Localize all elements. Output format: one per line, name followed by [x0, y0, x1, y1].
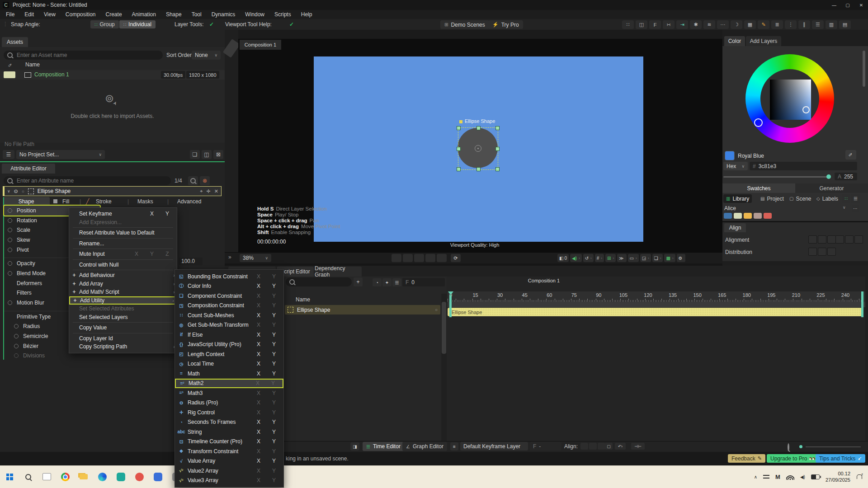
playhead-bar[interactable]	[449, 295, 452, 317]
handle[interactable]	[476, 167, 481, 171]
utility-length-context[interactable]: ◰ Length Context XY	[175, 349, 283, 359]
line-tool[interactable]	[226, 111, 236, 121]
keyframe-dot-icon[interactable]	[14, 353, 19, 358]
keyframe-dot-icon[interactable]	[8, 248, 12, 252]
move-anchor-icon[interactable]: ⇥	[676, 20, 688, 29]
utility-if-else[interactable]: if If Else XY	[175, 330, 283, 340]
columns-icon[interactable]: ▥	[826, 20, 837, 29]
handle[interactable]	[476, 126, 481, 130]
sort-order-select[interactable]: None∨	[192, 51, 221, 60]
menu-add-behaviour[interactable]: + Add Behaviour ›	[69, 271, 177, 280]
swatch-chip[interactable]	[764, 213, 772, 219]
handle[interactable]	[457, 147, 461, 151]
playhead-icon[interactable]	[448, 291, 453, 295]
menu-item[interactable]: Animation	[127, 10, 161, 19]
utility-rig-control[interactable]: ✛ Rig Control XY	[175, 408, 283, 418]
close-button[interactable]: ✕	[854, 0, 868, 10]
utility-string[interactable]: abc String XY	[175, 427, 283, 437]
expand-icon[interactable]: »	[228, 254, 231, 260]
rectangle-tool[interactable]	[226, 152, 236, 162]
tab-advanced[interactable]: Advanced	[177, 197, 201, 206]
zoom-out-icon[interactable]	[788, 443, 789, 451]
wifi-icon[interactable]	[786, 474, 794, 480]
menu-copy-value[interactable]: Copy Value	[69, 324, 177, 332]
grid-icon[interactable]: ∷	[622, 20, 634, 29]
lasso-tool[interactable]	[226, 70, 236, 80]
tab-align[interactable]: Align	[724, 223, 746, 232]
group-toggle[interactable]: ∷ Group	[90, 20, 119, 28]
move-icon[interactable]: ✛	[207, 188, 211, 194]
menu-control-with-null[interactable]: Control with Null	[69, 261, 177, 269]
menu-reset-attribute[interactable]: Reset Attribute Value to Default	[69, 229, 177, 237]
bounding-box-icon[interactable]: ▢	[605, 443, 613, 450]
align-right-icon[interactable]	[827, 235, 836, 244]
menu-add-math-script[interactable]: + Add Math/ Script ›	[69, 288, 177, 296]
magic-keyframe-icon[interactable]: ✦	[382, 278, 392, 286]
menu-add-utility[interactable]: + Add Utility ›	[69, 296, 177, 305]
asset-color-swatch[interactable]	[4, 71, 15, 78]
utility-value-array[interactable]: √ Value Array XY	[175, 456, 283, 466]
swatch-chip[interactable]	[754, 213, 762, 219]
tab-shape[interactable]: Shape	[3, 197, 50, 206]
sv-selector[interactable]	[802, 106, 810, 113]
keyframe-dot-icon[interactable]	[14, 344, 19, 348]
keyframe-frame-field[interactable]: F-	[530, 442, 561, 450]
try-pro-button[interactable]: ⚡ Try Pro	[488, 20, 523, 29]
menu-copy-layer-id[interactable]: Copy Layer Id	[69, 334, 177, 343]
menu-copy-scripting-path[interactable]: Copy Scripting Path ›	[69, 343, 177, 351]
color-mode-select[interactable]: Hex∨	[723, 162, 748, 170]
labels-button[interactable]: ◇Labels	[814, 194, 841, 203]
utility-local-time[interactable]: ◷ Local Time XY	[175, 359, 283, 369]
utility-composition-constraint[interactable]: ◳ Composition Constraint XY	[175, 301, 283, 311]
minimize-button[interactable]: —	[827, 0, 841, 10]
library-button[interactable]: ▥Library	[723, 194, 752, 203]
keyframe-dot-icon[interactable]	[8, 271, 12, 276]
alpha-slider-handle[interactable]	[826, 174, 831, 179]
time-editor-button[interactable]: ☰ Time Editor	[363, 442, 404, 451]
context-menu-item[interactable]	[73, 259, 173, 260]
tab-fill[interactable]: Fill	[62, 197, 69, 206]
feedback-button[interactable]: Feedback✎	[728, 454, 765, 463]
viewport-settings-icon[interactable]: ⚙	[677, 254, 685, 262]
refresh-icon[interactable]: ↺›	[583, 254, 594, 262]
key-align-center-icon[interactable]	[589, 443, 597, 450]
folder-icon[interactable]	[78, 471, 90, 483]
keyframe-dot-icon[interactable]	[14, 324, 19, 328]
isolate-icon[interactable]: ❏›	[652, 254, 663, 262]
handle[interactable]	[495, 167, 500, 171]
utility-bounding-box-constraint[interactable]: ◱ Bounding Box Constraint XY	[175, 272, 283, 282]
keyframe-dot-icon[interactable]	[8, 218, 12, 223]
palette-name[interactable]: Alice	[724, 205, 736, 211]
emitter-tool[interactable]	[226, 220, 236, 230]
direct-select-tool[interactable]	[225, 55, 239, 69]
volume-icon[interactable]: ◀)	[800, 474, 805, 479]
dots-icon[interactable]: ∺	[663, 20, 675, 29]
menu-mute-input[interactable]: Mute Input XYZ	[69, 250, 177, 258]
frame-field[interactable]: F0	[402, 278, 445, 286]
menu-item[interactable]: Tool	[187, 10, 207, 19]
onion-skin-icon[interactable]: ◔	[373, 278, 382, 286]
teal-app-icon[interactable]	[115, 471, 127, 483]
swatch-chip[interactable]	[724, 213, 732, 219]
layer-track-bar[interactable]: Ellipse Shape	[448, 308, 862, 316]
search-edit-icon[interactable]	[188, 176, 198, 185]
chrome-icon[interactable]	[59, 471, 71, 483]
scrollbar-thumb[interactable]	[442, 302, 446, 354]
visibility-eye-icon[interactable]: ⊙	[14, 188, 18, 194]
tab-swatches[interactable]: Swatches	[722, 183, 795, 193]
burst-icon[interactable]: ✱	[690, 20, 702, 29]
utility-value3-array[interactable]: √³ Value3 Array XY	[175, 476, 283, 486]
project-button[interactable]: ▤Project	[758, 194, 787, 203]
utility-count-sub-meshes[interactable]: ∷ Count Sub-Meshes XY	[175, 310, 283, 320]
swatch-chip[interactable]	[734, 213, 742, 219]
star-tool[interactable]	[226, 192, 236, 202]
layer-header[interactable]: ∨ ⊙ ○ Ellipse Shape ⌖ ✛ ✕	[3, 186, 222, 196]
project-select[interactable]: No Project Set...∨	[16, 150, 105, 159]
viewport-tool-help-check-icon[interactable]: ✓	[289, 19, 294, 30]
select-tool[interactable]	[223, 39, 241, 58]
tab-attribute-editor[interactable]: Attribute Editor	[2, 164, 55, 174]
menu-item[interactable]: File	[1, 10, 19, 19]
menu-item[interactable]: Help	[296, 10, 317, 19]
slate-icon[interactable]: ◫	[202, 150, 212, 159]
menu-item[interactable]: Scripts	[269, 10, 296, 19]
